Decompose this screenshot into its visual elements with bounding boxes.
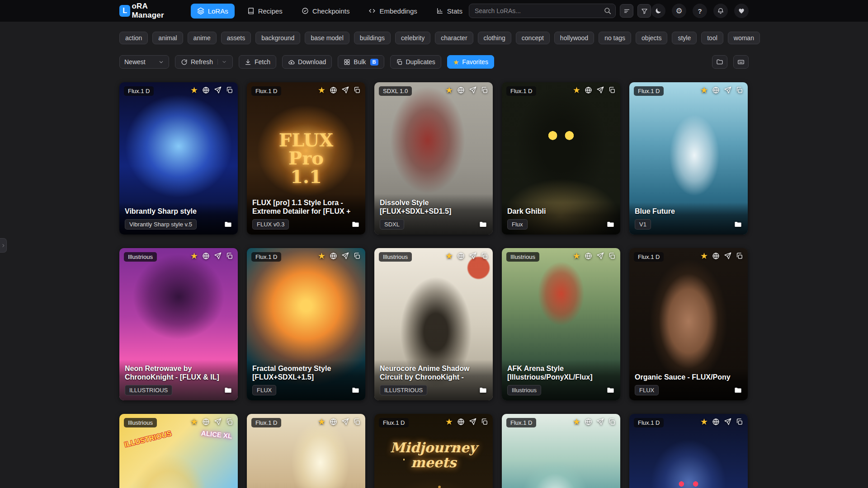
tag-woman[interactable]: woman (728, 32, 760, 44)
folder-icon[interactable] (224, 386, 232, 394)
favorites-nav-button[interactable] (734, 4, 749, 18)
tag-hollywood[interactable]: hollywood (554, 32, 594, 44)
globe-icon[interactable] (330, 418, 337, 426)
globe-icon[interactable] (585, 418, 592, 426)
theme-toggle-button[interactable] (651, 4, 665, 18)
nav-item-checkpoints[interactable]: Checkpoints (295, 4, 356, 19)
copy-icon[interactable] (481, 86, 488, 94)
lora-card[interactable]: Flux.1 D ★ (502, 414, 620, 488)
tag-assets[interactable]: assets (221, 32, 251, 44)
globe-icon[interactable] (457, 252, 465, 260)
send-icon[interactable] (341, 418, 349, 426)
globe-icon[interactable] (712, 252, 720, 260)
refresh-button[interactable]: Refresh (175, 55, 233, 69)
globe-icon[interactable] (330, 86, 337, 94)
send-icon[interactable] (469, 418, 476, 426)
refresh-dropdown[interactable] (217, 59, 227, 65)
sidebar-toggle-handle[interactable] (0, 238, 7, 253)
favorite-star-icon[interactable]: ★ (318, 418, 326, 426)
tag-no-tags[interactable]: no tags (599, 32, 631, 44)
copy-icon[interactable] (736, 252, 743, 260)
tag-style[interactable]: style (672, 32, 697, 44)
tag-concept[interactable]: concept (516, 32, 550, 44)
send-icon[interactable] (341, 86, 349, 94)
send-icon[interactable] (724, 252, 731, 260)
globe-icon[interactable] (202, 418, 210, 426)
globe-icon[interactable] (202, 252, 210, 260)
lora-card[interactable]: Midjourney meets Flux.1 D ★ (374, 414, 493, 488)
copy-icon[interactable] (353, 252, 361, 260)
copy-icon[interactable] (226, 86, 233, 94)
favorite-star-icon[interactable]: ★ (573, 86, 580, 94)
favorite-star-icon[interactable]: ★ (445, 418, 453, 426)
globe-icon[interactable] (457, 86, 465, 94)
fetch-button[interactable]: Fetch (239, 55, 276, 69)
tag-celebrity[interactable]: celebrity (395, 32, 430, 44)
globe-icon[interactable] (202, 86, 210, 94)
globe-icon[interactable] (585, 86, 592, 94)
search-icon[interactable] (604, 7, 612, 15)
lora-card[interactable]: Illustrious ★ Neurocore Anime Shadow Cir… (374, 248, 493, 400)
keyboard-shortcuts-button[interactable] (733, 55, 749, 69)
tag-anime[interactable]: anime (188, 32, 217, 44)
folder-icon[interactable] (351, 220, 360, 229)
lora-card[interactable]: ILLUSTRIOUSALICE XL Illustrious ★ (119, 414, 238, 488)
copy-icon[interactable] (226, 418, 233, 426)
folder-icon[interactable] (606, 386, 615, 394)
favorite-star-icon[interactable]: ★ (318, 252, 326, 260)
favorite-star-icon[interactable]: ★ (318, 86, 326, 94)
tag-clothing[interactable]: clothing (478, 32, 511, 44)
copy-icon[interactable] (481, 252, 488, 260)
favorites-filter-button[interactable]: ★ Favorites (447, 55, 494, 69)
nav-item-recipes[interactable]: Recipes (241, 4, 289, 19)
notifications-button[interactable] (713, 4, 728, 18)
nav-item-loras[interactable]: LoRAs (191, 4, 235, 19)
lora-card[interactable]: Flux.1 D ★ Blue Future V1 (629, 82, 748, 235)
copy-icon[interactable] (608, 252, 616, 260)
tag-tool[interactable]: tool (701, 32, 723, 44)
lora-card[interactable]: Flux.1 D ★ Organic Sauce - FLUX/Pony FLU… (629, 248, 748, 400)
open-folder-button[interactable] (712, 55, 727, 69)
globe-icon[interactable] (712, 418, 720, 426)
tag-character[interactable]: character (435, 32, 473, 44)
favorite-star-icon[interactable]: ★ (445, 86, 453, 94)
tag-action[interactable]: action (119, 32, 148, 44)
copy-icon[interactable] (353, 418, 361, 426)
globe-icon[interactable] (330, 252, 337, 260)
duplicates-button[interactable]: Duplicates (390, 55, 441, 69)
folder-icon[interactable] (351, 386, 360, 394)
settings-button[interactable]: ⚙ (672, 4, 686, 18)
lora-card[interactable]: FLUX Pro 1.1 Flux.1 D ★ FLUX [pro] 1.1 S… (247, 82, 365, 235)
lora-card[interactable]: Flux.1 D ★ Dark Ghibli Flux (502, 82, 620, 235)
folder-icon[interactable] (734, 386, 742, 394)
lora-card[interactable]: Flux.1 D ★ Vibrantly Sharp style Vibrant… (119, 82, 238, 235)
copy-icon[interactable] (226, 252, 233, 260)
copy-icon[interactable] (608, 418, 616, 426)
folder-icon[interactable] (479, 386, 487, 394)
send-icon[interactable] (469, 86, 476, 94)
lora-card[interactable]: SDXL 1.0 ★ Dissolve Style [FLUX+SDXL+SD1… (374, 82, 493, 235)
copy-icon[interactable] (736, 418, 743, 426)
download-button[interactable]: Download (282, 55, 332, 69)
favorite-star-icon[interactable]: ★ (190, 418, 198, 426)
nav-item-stats[interactable]: Stats (430, 4, 469, 19)
favorite-star-icon[interactable]: ★ (445, 252, 453, 260)
lora-card[interactable]: Illustrious ★ AFK Arena Style [Illustrio… (502, 248, 620, 400)
lora-card[interactable]: Illustrious ★ Neon Retrowave by ChronoKn… (119, 248, 238, 400)
sort-options-button[interactable] (620, 4, 633, 18)
copy-icon[interactable] (736, 86, 743, 94)
sort-select[interactable]: Newest (119, 55, 169, 69)
tag-animal[interactable]: animal (152, 32, 183, 44)
filter-button[interactable] (637, 4, 651, 18)
favorite-star-icon[interactable]: ★ (700, 86, 708, 94)
lora-card[interactable]: Flux.1 D ★ Fractal Geometry Style [FLUX+… (247, 248, 365, 400)
tag-buildings[interactable]: buildings (354, 32, 391, 44)
send-icon[interactable] (596, 252, 604, 260)
send-icon[interactable] (341, 252, 349, 260)
favorite-star-icon[interactable]: ★ (700, 418, 708, 426)
favorite-star-icon[interactable]: ★ (190, 86, 198, 94)
lora-card[interactable]: Flux.1 D ★ (629, 414, 748, 488)
copy-icon[interactable] (481, 418, 488, 426)
copy-icon[interactable] (608, 86, 616, 94)
tag-base-model[interactable]: base model (305, 32, 349, 44)
